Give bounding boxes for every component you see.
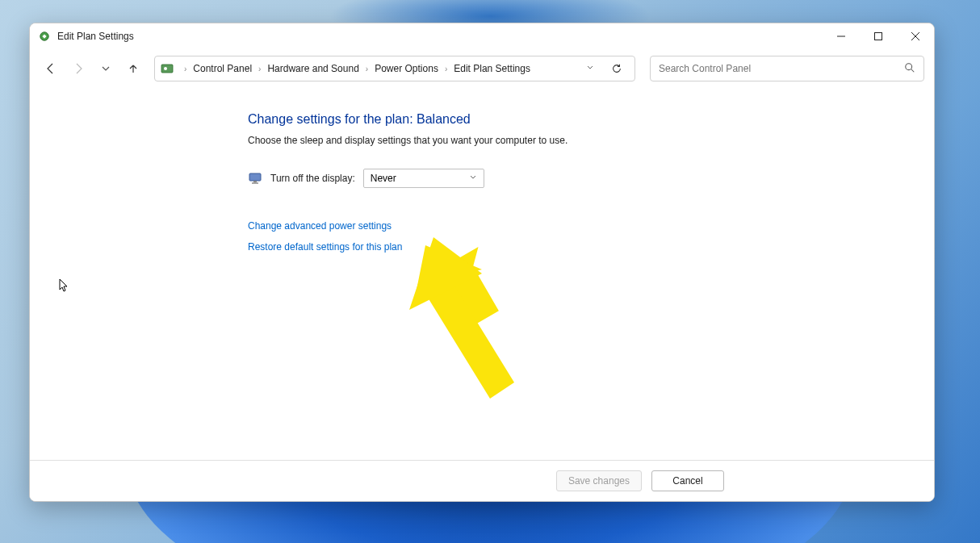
- toolbar: › Control Panel › Hardware and Sound › P…: [30, 49, 934, 88]
- chevron-right-icon: ›: [362, 65, 371, 73]
- titlebar: Edit Plan Settings: [30, 23, 934, 49]
- window-title: Edit Plan Settings: [57, 31, 823, 42]
- svg-point-6: [164, 67, 167, 70]
- control-panel-icon: [160, 61, 174, 76]
- breadcrumb-item[interactable]: Hardware and Sound: [267, 63, 358, 74]
- address-dropdown-icon[interactable]: [581, 63, 599, 74]
- svg-line-8: [911, 69, 915, 72]
- chevron-right-icon: ›: [181, 65, 190, 73]
- button-bar: Save changes Cancel: [30, 460, 934, 501]
- close-button[interactable]: [897, 23, 934, 49]
- edit-plan-settings-window: Edit Plan Settings: [29, 23, 935, 502]
- arrow-annotation: [409, 237, 555, 417]
- recent-button[interactable]: [94, 57, 117, 80]
- page-subheading: Choose the sleep and display settings th…: [248, 135, 902, 146]
- minimize-button[interactable]: [823, 23, 860, 49]
- refresh-button[interactable]: [604, 56, 630, 81]
- cursor-icon: [59, 278, 70, 295]
- restore-defaults-link[interactable]: Restore default settings for this plan: [248, 241, 902, 253]
- page-heading: Change settings for the plan: Balanced: [248, 112, 902, 127]
- svg-rect-9: [249, 173, 261, 181]
- display-off-row: Turn off the display: Never: [248, 169, 902, 188]
- power-icon: [38, 30, 51, 43]
- content-area: Change settings for the plan: Balanced C…: [30, 88, 934, 460]
- address-bar[interactable]: › Control Panel › Hardware and Sound › P…: [154, 56, 635, 81]
- display-icon: [248, 171, 262, 186]
- svg-rect-10: [253, 181, 257, 182]
- forward-button[interactable]: [67, 57, 90, 80]
- search-icon: [904, 62, 915, 76]
- svg-rect-2: [875, 33, 882, 40]
- display-off-value: Never: [371, 173, 396, 184]
- search-box[interactable]: [650, 56, 924, 81]
- svg-point-7: [906, 63, 912, 69]
- display-off-select[interactable]: Never: [363, 169, 484, 188]
- breadcrumb-item[interactable]: Power Options: [375, 63, 438, 74]
- svg-marker-13: [413, 245, 514, 399]
- breadcrumb-item[interactable]: Control Panel: [193, 63, 252, 74]
- chevron-right-icon: ›: [255, 65, 264, 73]
- advanced-settings-link[interactable]: Change advanced power settings: [248, 220, 902, 232]
- chevron-right-icon: ›: [442, 65, 450, 73]
- display-off-label: Turn off the display:: [270, 173, 355, 184]
- chevron-down-icon: [469, 173, 477, 184]
- breadcrumb-item[interactable]: Edit Plan Settings: [454, 63, 530, 74]
- up-button[interactable]: [122, 57, 144, 80]
- cancel-button[interactable]: Cancel: [651, 470, 724, 491]
- maximize-button[interactable]: [860, 23, 897, 49]
- search-input[interactable]: [659, 63, 904, 74]
- back-button[interactable]: [40, 57, 62, 80]
- save-button[interactable]: Save changes: [556, 470, 642, 491]
